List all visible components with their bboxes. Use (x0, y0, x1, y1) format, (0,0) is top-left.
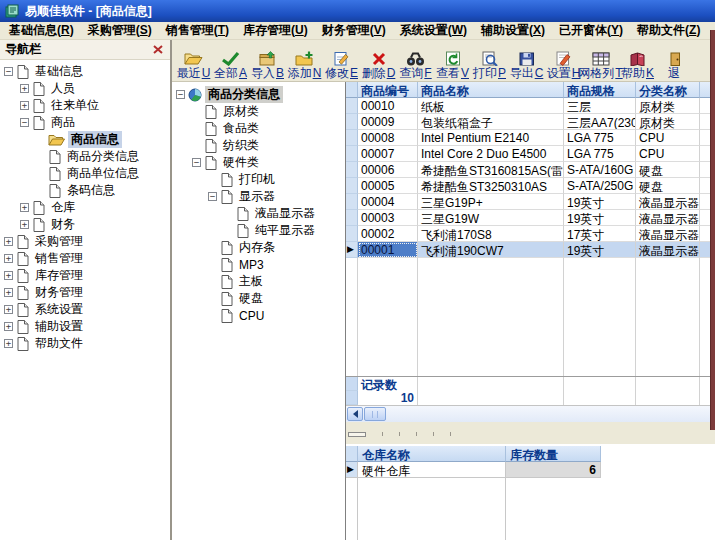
category-tree-item[interactable]: − 商品分类信息 (172, 86, 345, 103)
cell-product-category[interactable]: 硬盘 (636, 178, 700, 194)
cell-product-name[interactable]: 飞利浦170S8 (418, 226, 564, 242)
toolbar-button[interactable]: 打印P (471, 48, 508, 80)
menu-item[interactable]: 财务管理(V) (315, 21, 393, 41)
toolbar-button[interactable]: 导入B (249, 48, 286, 80)
tree-item[interactable]: + 辅助设置 (0, 318, 170, 335)
menu-item[interactable]: 采购管理(S) (81, 21, 159, 41)
expander[interactable]: + (4, 271, 13, 280)
row-selector[interactable] (346, 162, 358, 178)
expander[interactable]: + (20, 101, 29, 110)
expander[interactable]: + (4, 322, 13, 331)
cell-product-name[interactable]: 希捷酷鱼ST3160815AS(雷射) (418, 162, 564, 178)
expander[interactable]: − (176, 90, 185, 99)
detail-tab[interactable] (434, 432, 451, 436)
cell-product-id[interactable]: 00009 (358, 114, 418, 130)
tree-item[interactable]: + 往来单位 (0, 97, 170, 114)
cell-product-category[interactable]: 硬盘 (636, 162, 700, 178)
product-row[interactable]: 00007 Intel Core 2 Duo E4500 LGA 775 CPU (346, 146, 715, 162)
cell-product-name[interactable]: 飞利浦190CW7 (418, 242, 564, 258)
category-tree-item[interactable]: CPU (172, 307, 345, 324)
cell-product-id[interactable]: 00006 (358, 162, 418, 178)
toolbar-button[interactable]: 最近U (175, 48, 212, 80)
row-selector[interactable] (346, 178, 358, 194)
toolbar-button[interactable]: 删除D (360, 48, 397, 80)
toolbar-button[interactable]: 退 (656, 48, 693, 80)
cell-product-category[interactable]: 液晶显示器 (636, 194, 700, 210)
row-selector[interactable] (346, 130, 358, 146)
row-selector[interactable] (346, 194, 358, 210)
expander[interactable]: + (4, 254, 13, 263)
cell-product-name[interactable]: Intel Core 2 Duo E4500 (418, 146, 564, 162)
cell-product-spec[interactable]: 19英寸 (564, 210, 636, 226)
row-selector[interactable] (346, 146, 358, 162)
tree-item[interactable]: + 财务 (0, 216, 170, 233)
toolbar-button[interactable]: 修改E (323, 48, 360, 80)
detail-tab[interactable] (348, 432, 366, 437)
cell-product-spec[interactable]: 三层AA7(230X1 (564, 114, 636, 130)
tree-item[interactable]: + 人员 (0, 80, 170, 97)
cell-product-id[interactable]: 00007 (358, 146, 418, 162)
toolbar-button[interactable]: 网格列T (582, 48, 619, 80)
cell-product-id[interactable]: 00008 (358, 130, 418, 146)
cell-product-id[interactable]: 00010 (358, 98, 418, 114)
tree-item[interactable]: 商品单位信息 (0, 165, 170, 182)
menu-item[interactable]: 已开窗体(Y) (552, 21, 630, 41)
cell-product-spec[interactable]: 19英寸 (564, 194, 636, 210)
product-row[interactable]: 00010 纸板 三层 原材类 (346, 98, 715, 114)
cell-product-category[interactable]: CPU (636, 146, 700, 162)
menu-item[interactable]: 库存管理(U) (236, 21, 315, 41)
detail-tab[interactable] (400, 432, 417, 436)
category-tree-item[interactable]: 主板 (172, 273, 345, 290)
expander[interactable]: + (4, 237, 13, 246)
tree-item[interactable]: + 财务管理 (0, 284, 170, 301)
expander[interactable]: − (4, 67, 13, 76)
product-row[interactable]: 00005 希捷酷鱼ST3250310AS S-ATA/250G 硬盘 (346, 178, 715, 194)
expander[interactable]: + (4, 339, 13, 348)
cell-warehouse[interactable]: 硬件仓库 (358, 462, 506, 478)
category-tree-item[interactable]: − 硬件类 (172, 154, 345, 171)
detail-tab[interactable] (417, 432, 434, 436)
product-row[interactable]: 00009 包装纸箱盒子 三层AA7(230X1 原材类 (346, 114, 715, 130)
cell-product-spec[interactable]: S-ATA/250G (564, 178, 636, 194)
cell-product-spec[interactable]: S-ATA/160G (564, 162, 636, 178)
expander[interactable]: + (4, 288, 13, 297)
expander[interactable]: + (4, 305, 13, 314)
category-tree-item[interactable]: 打印机 (172, 171, 345, 188)
cell-product-id[interactable]: 00001 (358, 242, 418, 258)
cell-product-spec[interactable]: 三层 (564, 98, 636, 114)
cell-product-name[interactable]: Intel Pentium E2140 (418, 130, 564, 146)
expander[interactable]: + (20, 220, 29, 229)
toolbar-button[interactable]: 查看V (434, 48, 471, 80)
cell-product-id[interactable]: 00002 (358, 226, 418, 242)
close-icon[interactable] (152, 44, 164, 55)
cell-product-spec[interactable]: 19英寸 (564, 242, 636, 258)
tree-item[interactable]: + 系统设置 (0, 301, 170, 318)
row-selector[interactable] (346, 98, 358, 114)
tree-item[interactable]: + 仓库 (0, 199, 170, 216)
tree-item[interactable]: 商品分类信息 (0, 148, 170, 165)
cell-quantity[interactable]: 6 (506, 462, 601, 478)
toolbar-button[interactable]: 全部A (212, 48, 249, 80)
expander[interactable]: + (20, 84, 29, 93)
expander[interactable]: − (20, 118, 29, 127)
cell-product-spec[interactable]: LGA 775 (564, 130, 636, 146)
product-row[interactable]: 00006 希捷酷鱼ST3160815AS(雷射) S-ATA/160G 硬盘 (346, 162, 715, 178)
cell-product-category[interactable]: CPU (636, 130, 700, 146)
cell-product-name[interactable]: 包装纸箱盒子 (418, 114, 564, 130)
cell-product-name[interactable]: 三星G19P+ (418, 194, 564, 210)
category-tree-item[interactable]: 硬盘 (172, 290, 345, 307)
menu-item[interactable]: 销售管理(T) (159, 21, 236, 41)
menu-item[interactable]: 帮助文件(Z) (630, 21, 707, 41)
row-selector[interactable] (346, 210, 358, 226)
category-tree-item[interactable]: 纺织类 (172, 137, 345, 154)
tree-item[interactable]: 条码信息 (0, 182, 170, 199)
scrollbar-thumb[interactable] (364, 407, 386, 421)
cell-product-category[interactable]: 液晶显示器 (636, 242, 700, 258)
tree-item[interactable]: − 基础信息 (0, 63, 170, 80)
detail-tab[interactable] (366, 432, 383, 436)
category-tree-item[interactable]: 液晶显示器 (172, 205, 345, 222)
cell-product-spec[interactable]: 17英寸 (564, 226, 636, 242)
cell-product-name[interactable]: 三星G19W (418, 210, 564, 226)
horizontal-scrollbar[interactable] (346, 405, 715, 422)
category-tree-item[interactable]: 内存条 (172, 239, 345, 256)
